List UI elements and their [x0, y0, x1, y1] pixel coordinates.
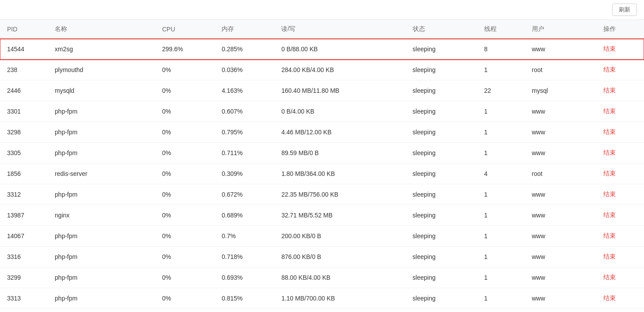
cell-thread: 1	[477, 205, 525, 226]
header-memory: 内存	[215, 20, 274, 39]
terminate-button[interactable]: 结束	[603, 190, 616, 198]
header-rw: 读/写	[274, 20, 405, 39]
cell-action: 结束	[596, 122, 644, 143]
table-row: 3305php-fpm0%0.711%89.59 MB/0 Bsleeping1…	[0, 143, 644, 164]
cell-pid: 14544	[0, 39, 48, 60]
cell-user: www	[525, 39, 596, 60]
cell-user: www	[525, 267, 596, 288]
terminate-button[interactable]: 结束	[603, 170, 616, 177]
terminate-button[interactable]: 结束	[603, 87, 616, 94]
cell-memory: 0.711%	[215, 143, 274, 164]
table-row: 14067php-fpm0%0.7%200.00 KB/0 Bsleeping1…	[0, 226, 644, 247]
cell-name: php-fpm	[48, 267, 155, 288]
cell-status: sleeping	[406, 288, 477, 309]
cell-thread: 22	[477, 80, 525, 101]
cell-pid: 3313	[0, 288, 48, 309]
terminate-button[interactable]: 结束	[603, 274, 616, 281]
cell-rw: 200.00 KB/0 B	[274, 226, 405, 247]
cell-pid: 3316	[0, 247, 48, 267]
header-pid: PID	[0, 20, 48, 39]
cell-rw: 1.10 MB/700.00 KB	[274, 288, 405, 309]
table-row: 3298php-fpm0%0.795%4.46 MB/12.00 KBsleep…	[0, 122, 644, 143]
cell-status: sleeping	[406, 143, 477, 164]
cell-rw: 22.35 MB/756.00 KB	[274, 184, 405, 205]
cell-thread: 1	[477, 122, 525, 143]
terminate-button[interactable]: 结束	[603, 66, 616, 73]
cell-cpu: 0%	[155, 143, 215, 164]
cell-memory: 0.7%	[215, 226, 274, 247]
cell-pid: 3312	[0, 184, 48, 205]
cell-rw: 160.40 MB/11.80 MB	[274, 80, 405, 101]
cell-rw: 89.59 MB/0 B	[274, 143, 405, 164]
cell-user: www	[525, 226, 596, 247]
cell-memory: 0.815%	[215, 288, 274, 309]
terminate-button[interactable]: 结束	[603, 294, 616, 301]
cell-status: sleeping	[406, 267, 477, 288]
cell-rw: 88.00 KB/4.00 KB	[274, 267, 405, 288]
cell-status: sleeping	[406, 205, 477, 226]
cell-name: php-fpm	[48, 122, 155, 143]
cell-thread: 1	[477, 267, 525, 288]
cell-cpu: 0%	[155, 80, 215, 101]
cell-thread: 1	[477, 226, 525, 247]
cell-rw: 876.00 KB/0 B	[274, 247, 405, 267]
cell-user: www	[525, 184, 596, 205]
cell-status: sleeping	[406, 122, 477, 143]
cell-memory: 0.795%	[215, 122, 274, 143]
table-row: 3312php-fpm0%0.672%22.35 MB/756.00 KBsle…	[0, 184, 644, 205]
cell-user: www	[525, 143, 596, 164]
cell-pid: 14067	[0, 226, 48, 247]
table-row: 1856redis-server0%0.309%1.80 MB/364.00 K…	[0, 164, 644, 184]
cell-thread: 1	[477, 101, 525, 122]
cell-name: php-fpm	[48, 101, 155, 122]
terminate-button[interactable]: 结束	[603, 149, 616, 156]
cell-status: sleeping	[406, 164, 477, 184]
cell-rw: 284.00 KB/4.00 KB	[274, 60, 405, 80]
cell-rw: 4.46 MB/12.00 KB	[274, 122, 405, 143]
cell-rw: 1.80 MB/364.00 KB	[274, 164, 405, 184]
table-row: 3313php-fpm0%0.815%1.10 MB/700.00 KBslee…	[0, 288, 644, 309]
cell-user: root	[525, 164, 596, 184]
terminate-button[interactable]: 结束	[603, 253, 616, 260]
cell-name: php-fpm	[48, 247, 155, 267]
table-body: 14544xm2sg299.6%0.285%0 B/88.00 KBsleepi…	[0, 39, 644, 309]
cell-memory: 0.718%	[215, 247, 274, 267]
cell-pid: 3299	[0, 267, 48, 288]
cell-name: php-fpm	[48, 226, 155, 247]
cell-memory: 0.607%	[215, 101, 274, 122]
cell-cpu: 0%	[155, 226, 215, 247]
cell-name: php-fpm	[48, 143, 155, 164]
header-row: PID 名称 CPU 内存 读/写 状态 线程 用户 操作	[0, 20, 644, 39]
cell-action: 结束	[596, 80, 644, 101]
cell-action: 结束	[596, 205, 644, 226]
cell-pid: 238	[0, 60, 48, 80]
cell-user: root	[525, 60, 596, 80]
cell-pid: 1856	[0, 164, 48, 184]
header-action: 操作	[596, 20, 644, 39]
cell-status: sleeping	[406, 184, 477, 205]
cell-user: mysql	[525, 80, 596, 101]
cell-status: sleeping	[406, 80, 477, 101]
terminate-button[interactable]: 结束	[603, 232, 616, 239]
cell-cpu: 0%	[155, 205, 215, 226]
cell-memory: 0.309%	[215, 164, 274, 184]
cell-pid: 13987	[0, 205, 48, 226]
cell-name: xm2sg	[48, 39, 155, 60]
table-row: 13987nginx0%0.689%32.71 MB/5.52 MBsleepi…	[0, 205, 644, 226]
cell-thread: 8	[477, 39, 525, 60]
cell-thread: 4	[477, 164, 525, 184]
terminate-button[interactable]: 结束	[603, 128, 616, 135]
refresh-button[interactable]: 刷新	[612, 4, 637, 16]
terminate-button[interactable]: 结束	[603, 107, 616, 114]
cell-cpu: 0%	[155, 122, 215, 143]
cell-action: 结束	[596, 288, 644, 309]
cell-status: sleeping	[406, 247, 477, 267]
header-cpu: CPU	[155, 20, 215, 39]
cell-action: 结束	[596, 184, 644, 205]
cell-cpu: 299.6%	[155, 39, 215, 60]
terminate-button[interactable]: 结束	[603, 211, 616, 218]
header-user: 用户	[525, 20, 596, 39]
header-thread: 线程	[477, 20, 525, 39]
terminate-button[interactable]: 结束	[603, 45, 616, 52]
table-row: 14544xm2sg299.6%0.285%0 B/88.00 KBsleepi…	[0, 39, 644, 60]
